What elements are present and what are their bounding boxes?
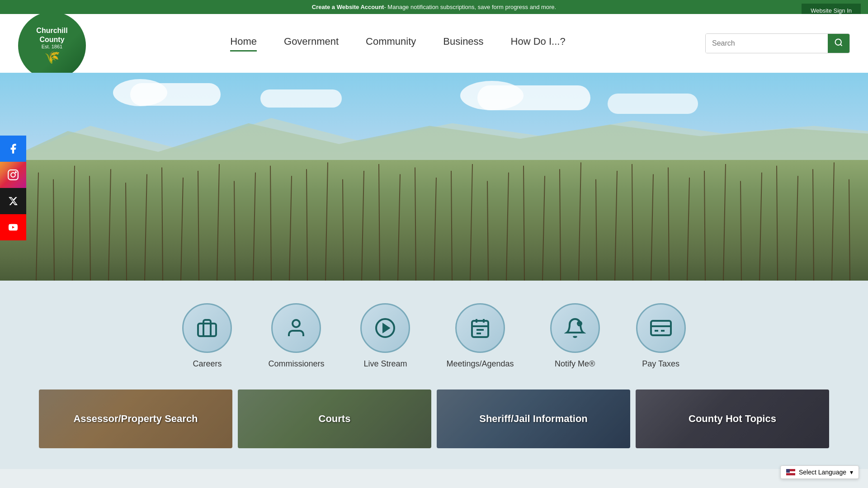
tile-hot-topics[interactable]: County Hot Topics	[636, 389, 829, 448]
search-input[interactable]	[706, 34, 828, 53]
nav-community[interactable]: Community	[366, 36, 416, 52]
twitter-button[interactable]	[0, 188, 26, 214]
svg-line-21	[270, 166, 271, 281]
svg-line-25	[343, 179, 344, 281]
careers-icon	[182, 303, 232, 353]
tile-assessor[interactable]: Assessor/Property Search	[39, 389, 232, 448]
svg-point-4	[15, 172, 16, 173]
cloud-3	[260, 89, 342, 108]
quick-link-pay-taxes[interactable]: Pay Taxes	[636, 303, 686, 369]
instagram-button[interactable]	[0, 162, 26, 188]
language-selector[interactable]: Select Language ▾	[780, 465, 859, 479]
quick-link-notify[interactable]: ✓ Notify Me®	[550, 303, 600, 369]
notify-label: Notify Me®	[555, 359, 595, 369]
svg-line-8	[36, 173, 38, 281]
svg-line-29	[415, 168, 416, 281]
svg-line-14	[145, 174, 147, 281]
svg-line-10	[72, 166, 75, 281]
svg-line-16	[181, 178, 183, 281]
social-sidebar	[0, 136, 26, 240]
svg-line-37	[560, 169, 561, 281]
quick-link-meetings[interactable]: Meetings/Agendas	[446, 303, 514, 369]
quick-link-commissioners[interactable]: Commissioners	[268, 303, 324, 369]
hero-image	[0, 73, 868, 281]
commissioners-label: Commissioners	[268, 359, 324, 369]
nav-business[interactable]: Business	[443, 36, 483, 52]
nav-government[interactable]: Government	[284, 36, 339, 52]
svg-line-52	[832, 162, 834, 281]
search-bar	[705, 33, 850, 53]
hero-reeds	[0, 145, 868, 281]
svg-line-38	[579, 162, 581, 281]
hot-topics-tile-label: County Hot Topics	[689, 413, 776, 425]
pay-taxes-icon	[636, 303, 686, 353]
svg-point-3	[11, 173, 15, 177]
instagram-icon	[7, 169, 19, 181]
facebook-button[interactable]	[0, 136, 26, 162]
svg-line-9	[53, 179, 54, 281]
topbar-notification-text: - Manage notification subscriptions, sav…	[384, 4, 556, 10]
courts-tile-overlay: Courts	[238, 389, 431, 448]
svg-point-55	[292, 320, 300, 327]
svg-line-12	[108, 169, 111, 281]
svg-line-19	[234, 181, 235, 281]
logo-area[interactable]: Churchill County Est. 1861 🌾	[18, 7, 90, 80]
top-bar: Create a Website Account - Manage notifi…	[0, 0, 868, 14]
svg-line-31	[451, 171, 452, 281]
svg-line-23	[307, 169, 307, 281]
svg-line-1	[840, 44, 842, 46]
facebook-icon	[7, 143, 19, 155]
svg-line-44	[687, 178, 689, 281]
nav-home[interactable]: Home	[230, 36, 257, 52]
logo-circle: Churchill County Est. 1861 🌾	[18, 12, 86, 80]
x-twitter-icon	[8, 196, 18, 206]
svg-rect-66	[651, 321, 671, 335]
quick-link-live-stream[interactable]: Live Stream	[360, 303, 410, 369]
search-icon	[834, 38, 843, 47]
main-nav: Home Government Community Business How D…	[90, 36, 705, 52]
svg-line-35	[524, 166, 524, 281]
assessor-tile-label: Assessor/Property Search	[73, 413, 198, 425]
meetings-icon	[455, 303, 505, 353]
svg-line-42	[651, 174, 653, 281]
svg-line-49	[777, 166, 778, 281]
svg-line-51	[813, 169, 814, 281]
tile-courts[interactable]: Courts	[238, 389, 431, 448]
language-flag	[786, 469, 795, 475]
careers-label: Careers	[193, 359, 222, 369]
svg-rect-2	[8, 170, 18, 180]
notify-icon: ✓	[550, 303, 600, 353]
feature-tiles-section: Assessor/Property Search Courts Sheriff/…	[0, 387, 868, 469]
logo-text: Churchill County Est. 1861 🌾	[32, 22, 72, 69]
svg-rect-54	[198, 324, 216, 336]
quick-links-section: Careers Commissioners Live Stream	[0, 281, 868, 387]
live-stream-icon	[360, 303, 410, 353]
svg-line-34	[506, 173, 509, 281]
svg-line-32	[470, 164, 472, 281]
create-account-link[interactable]: Create a Website Account	[312, 4, 384, 10]
svg-line-27	[379, 164, 380, 281]
svg-point-0	[835, 39, 841, 45]
live-stream-label: Live Stream	[363, 359, 407, 369]
sheriff-tile-overlay: Sheriff/Jail Information	[437, 389, 630, 448]
svg-line-18	[217, 164, 219, 281]
youtube-button[interactable]	[0, 214, 26, 240]
tile-sheriff[interactable]: Sheriff/Jail Information	[437, 389, 630, 448]
svg-line-46	[723, 164, 726, 281]
svg-line-11	[90, 176, 90, 281]
pay-taxes-label: Pay Taxes	[642, 359, 679, 369]
svg-line-13	[126, 183, 127, 281]
svg-line-45	[704, 171, 705, 281]
language-label: Select Language	[799, 469, 846, 476]
svg-line-53	[849, 179, 850, 281]
chevron-down-icon: ▾	[850, 469, 853, 476]
svg-line-17	[198, 171, 199, 281]
search-button[interactable]	[828, 34, 849, 53]
quick-link-careers[interactable]: Careers	[182, 303, 232, 369]
svg-line-39	[596, 179, 597, 281]
svg-line-50	[796, 176, 798, 281]
svg-text:✓: ✓	[578, 323, 581, 327]
courts-tile-label: Courts	[319, 413, 351, 425]
nav-how-do-i[interactable]: How Do I...?	[511, 36, 566, 52]
hot-topics-tile-overlay: County Hot Topics	[636, 389, 829, 448]
